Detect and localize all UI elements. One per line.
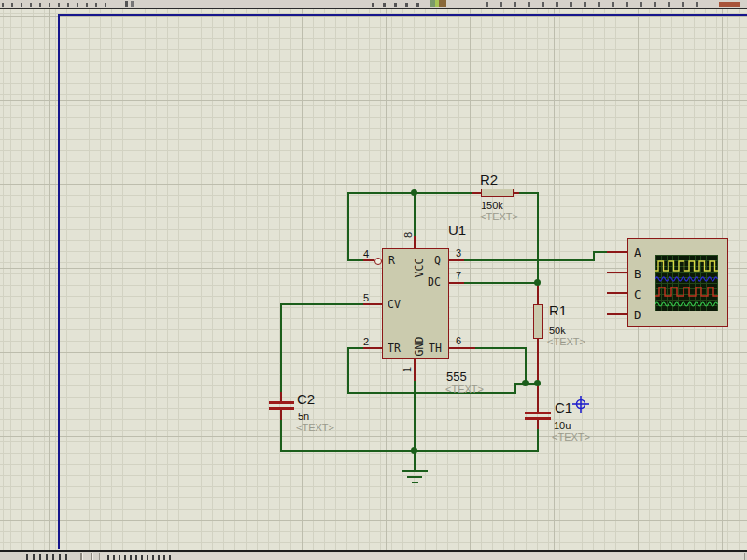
toolbar[interactable] <box>0 0 747 9</box>
toolbar-icon-fragment <box>430 0 446 7</box>
wire-reset-horizontal[interactable] <box>347 259 363 261</box>
pin-stub-scope-d[interactable] <box>607 313 627 315</box>
scope-channel-a-label: A <box>634 245 641 259</box>
component-r1-body[interactable] <box>533 304 543 339</box>
c2-text-placeholder: <TEXT> <box>296 422 334 433</box>
pin-number-3: 3 <box>456 247 461 259</box>
proteus-window: 4 5 2 3 7 6 8 1 R CV TR Q DC TH VCC GND … <box>0 0 747 560</box>
wire-th-drop[interactable] <box>525 347 527 385</box>
oscilloscope[interactable]: A B C D <box>627 238 728 327</box>
pin-stub-tr[interactable] <box>363 347 382 349</box>
pin-name-dc: DC <box>428 275 441 288</box>
pin-stub-r1-top[interactable] <box>537 284 539 304</box>
sheet-border-top <box>58 14 747 16</box>
ground-symbol-bar1[interactable] <box>402 470 428 472</box>
status-text-fragment <box>26 554 71 560</box>
wire-q-to-scope[interactable] <box>593 251 608 253</box>
pin-stub-reset[interactable] <box>363 259 374 261</box>
pin-stub-vcc[interactable] <box>414 236 416 248</box>
pin-stub-c1-bottom[interactable] <box>537 420 539 429</box>
pin-name-q: Q <box>434 254 441 267</box>
pin-number-4: 4 <box>363 248 369 259</box>
component-r2-body[interactable] <box>481 189 514 197</box>
c1-text-placeholder: <TEXT> <box>552 431 590 442</box>
pin-stub-th[interactable] <box>449 347 475 349</box>
pin-stub-r2-left[interactable] <box>472 192 481 194</box>
c2-value: 5n <box>298 411 309 422</box>
pin-number-1: 1 <box>402 367 413 372</box>
pin-name-th: TH <box>429 342 442 355</box>
c1-plate-bottom[interactable] <box>525 417 551 420</box>
pin-number-5: 5 <box>363 292 369 303</box>
pin-stub-q[interactable] <box>449 259 464 261</box>
junction-dot <box>534 380 541 386</box>
pin-number-2: 2 <box>363 336 369 347</box>
wire-tr-drop[interactable] <box>347 347 349 394</box>
wire-q-output[interactable] <box>464 259 595 261</box>
pin-stub-dc[interactable] <box>449 282 464 284</box>
u1-part-number: 555 <box>446 370 467 384</box>
wire-cv[interactable] <box>280 303 363 305</box>
status-separator <box>91 553 93 560</box>
pin-stub-scope-a[interactable] <box>607 251 627 253</box>
trace-channel-c <box>655 287 718 296</box>
pin-stub-c2-bottom[interactable] <box>280 410 282 420</box>
pin-stub-r2-right[interactable] <box>514 192 519 194</box>
wire-reset-vertical[interactable] <box>347 192 349 261</box>
pin-stub-gnd[interactable] <box>414 359 416 381</box>
r1-value: 50k <box>549 325 566 336</box>
wire-cv-drop[interactable] <box>280 303 282 393</box>
pin-name-tr: TR <box>388 342 401 355</box>
pin-stub-c1-top[interactable] <box>537 383 539 412</box>
trace-channel-b <box>655 277 718 281</box>
c2-plate-bottom[interactable] <box>269 407 294 410</box>
pin-stub-r1-bottom[interactable] <box>537 339 539 384</box>
r2-text-placeholder: <TEXT> <box>480 211 518 222</box>
scope-screen <box>655 255 718 311</box>
status-text-fragment <box>107 555 173 560</box>
wire-c2-bottom[interactable] <box>280 420 282 452</box>
wire-dc[interactable] <box>464 282 537 284</box>
wire-c1-bottom[interactable] <box>537 429 539 452</box>
wire-ground-rail[interactable] <box>280 450 539 452</box>
toolbar-icon-fragment <box>486 2 710 7</box>
junction-dot <box>411 189 417 196</box>
wire-th[interactable] <box>475 347 527 349</box>
r2-value: 150k <box>481 200 503 211</box>
toolbar-icon-fragment <box>372 3 423 7</box>
pin-stub-cv[interactable] <box>363 303 382 305</box>
pin-name-gnd: GND <box>413 337 426 357</box>
origin-marker-icon <box>571 395 590 413</box>
reset-inversion-bubble <box>374 258 382 265</box>
pin-name-vcc: VCC <box>413 259 426 278</box>
wire-vcc-top[interactable] <box>348 192 472 194</box>
sheet-border-left <box>58 14 60 549</box>
wire-tr-horizontal[interactable] <box>347 347 363 349</box>
scope-channel-b-label: B <box>634 267 641 281</box>
r1-designator: R1 <box>549 302 567 318</box>
wire-r2-to-dc[interactable] <box>537 192 539 284</box>
wire-gnd-pin[interactable] <box>414 381 416 452</box>
pin-number-7: 7 <box>456 270 461 281</box>
pin-stub-scope-c[interactable] <box>607 292 627 294</box>
pin-stub-scope-b[interactable] <box>607 272 627 273</box>
r1-text-placeholder: <TEXT> <box>547 336 585 347</box>
toolbar-icon-fragment <box>719 2 740 7</box>
u1-text-placeholder: <TEXT> <box>445 384 484 395</box>
wire-tr-bottom[interactable] <box>347 392 516 394</box>
pin-name-r: R <box>388 254 395 267</box>
pin-name-cv: CV <box>388 298 401 311</box>
junction-dot <box>411 447 417 454</box>
u1-designator: U1 <box>448 222 466 238</box>
wire-vcc-drop[interactable] <box>414 192 416 236</box>
junction-dot <box>522 380 529 386</box>
c2-plate-top[interactable] <box>269 401 294 404</box>
scope-channel-c-label: C <box>634 287 641 301</box>
c1-value: 10u <box>554 420 571 431</box>
wire-r2-right[interactable] <box>519 192 539 194</box>
junction-dot <box>534 279 541 286</box>
pin-number-8: 8 <box>402 232 414 238</box>
c1-designator: C1 <box>555 399 572 415</box>
scope-channel-d-label: D <box>634 308 641 322</box>
c1-plate-top[interactable] <box>525 412 551 414</box>
